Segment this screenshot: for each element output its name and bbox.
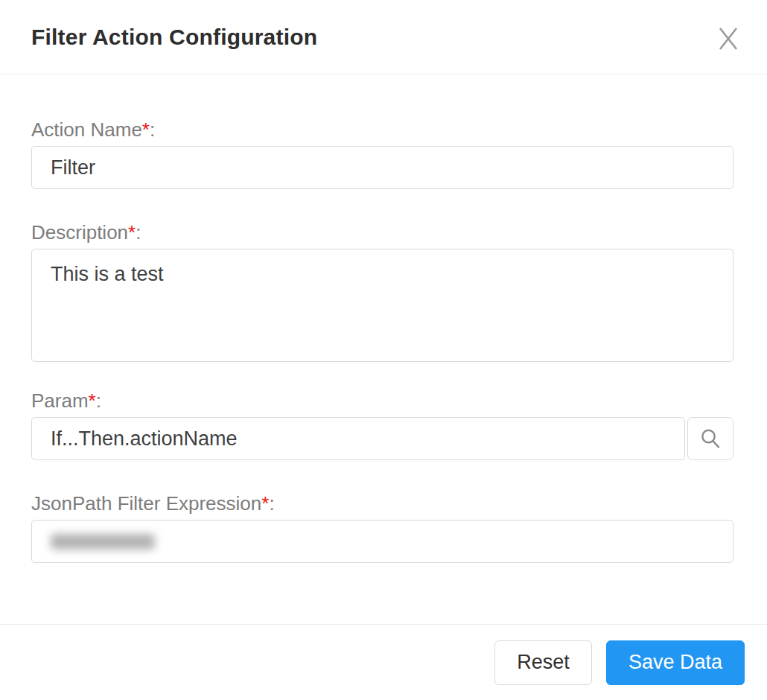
reset-button[interactable]: Reset — [494, 640, 592, 685]
label-text: JsonPath Filter Expression — [31, 492, 261, 515]
param-search-button[interactable] — [687, 417, 733, 460]
jsonpath-filter-expression-field: JsonPath Filter Expression*: — [31, 491, 733, 563]
action-name-field: Action Name*: — [31, 118, 733, 189]
action-name-label: Action Name*: — [31, 118, 733, 141]
label-colon: : — [136, 221, 141, 244]
required-asterisk: * — [261, 492, 269, 515]
search-icon — [700, 428, 721, 449]
param-input-row — [31, 417, 733, 460]
required-asterisk: * — [89, 389, 96, 412]
dialog-body: Action Name*: Description*: This is a te… — [0, 74, 767, 624]
dialog-title: Filter Action Configuration — [31, 25, 317, 50]
param-field: Param*: — [31, 389, 733, 460]
dialog-header: Filter Action Configuration — [0, 0, 767, 74]
param-input[interactable] — [31, 417, 685, 460]
filter-action-configuration-dialog: Filter Action Configuration Action Name*… — [0, 0, 767, 700]
param-label: Param*: — [31, 389, 733, 413]
label-colon: : — [96, 389, 101, 412]
jsonpath-filter-expression-label: JsonPath Filter Expression*: — [31, 491, 733, 515]
jsonpath-filter-expression-input[interactable] — [31, 520, 733, 563]
label-text: Param — [31, 389, 89, 412]
label-colon: : — [150, 118, 155, 141]
description-field: Description*: This is a test — [31, 220, 733, 362]
label-colon: : — [269, 492, 274, 515]
description-textarea[interactable]: This is a test — [31, 249, 733, 362]
close-icon — [719, 27, 738, 51]
redacted-value-blur — [51, 534, 155, 550]
label-text: Description — [31, 221, 128, 244]
action-name-input[interactable] — [31, 146, 733, 189]
required-asterisk: * — [128, 221, 136, 244]
label-text: Action Name — [31, 118, 142, 141]
description-label: Description*: — [31, 220, 733, 244]
dialog-footer: Reset Save Data — [0, 624, 767, 700]
close-button[interactable] — [713, 24, 743, 54]
save-data-button[interactable]: Save Data — [606, 640, 745, 685]
required-asterisk: * — [142, 118, 150, 141]
